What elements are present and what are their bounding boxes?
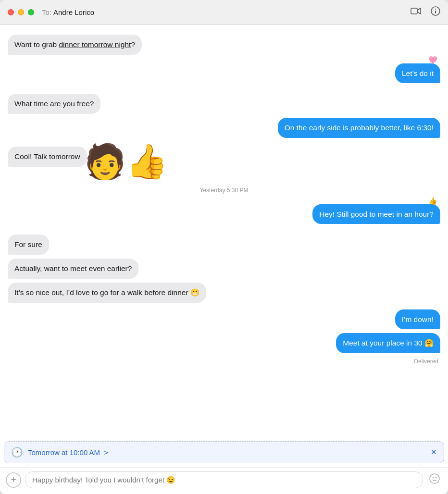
message-bubble: 🩷 Let’s do it <box>395 63 440 84</box>
titlebar-actions <box>411 6 440 18</box>
scheduled-bar[interactable]: 🕐 Tomorrow at 10:00 AM > ✕ <box>4 441 444 463</box>
message-text: It’s so nice out, I’d love to go for a w… <box>14 288 199 296</box>
message-text: Want to grab dinner tomorrow night? <box>14 40 135 49</box>
message-text: I’m down! <box>402 315 434 323</box>
message-bubble: What time are you free? <box>8 94 100 114</box>
message-text: Actually, want to meet even earlier? <box>14 264 132 272</box>
svg-rect-3 <box>435 9 436 10</box>
scheduled-clock-icon: 🕐 <box>11 446 23 458</box>
message-bubble: Cool! Talk tomorrow <box>8 147 87 167</box>
message-text: On the early side is probably better, li… <box>285 124 434 132</box>
message-bubble: Actually, want to meet even earlier? <box>8 259 138 279</box>
minimize-button[interactable] <box>18 9 24 15</box>
titlebar: To: Andre Lorico <box>0 0 448 25</box>
delivered-label: Delivered <box>414 358 438 365</box>
message-bubble: It’s so nice out, I’d love to go for a w… <box>8 283 206 303</box>
thumbsup-reaction-icon: 👍 <box>428 196 437 206</box>
timestamp-row: Yesterday 5:30 PM <box>8 187 440 194</box>
messages-window: To: Andre Lorico Want to grab d <box>0 0 448 494</box>
message-bubble: Meet at your place in 30 🤗 <box>336 333 440 353</box>
traffic-lights <box>8 9 34 15</box>
emoji-picker-button[interactable] <box>427 472 442 488</box>
message-input[interactable] <box>25 471 423 488</box>
svg-point-4 <box>430 474 439 483</box>
message-bubble: 👍 Hey! Still good to meet in an hour? <box>312 204 440 224</box>
message-bubble: I’m down! <box>395 309 440 330</box>
svg-rect-2 <box>435 11 436 13</box>
message-row: What time are you free? <box>8 94 440 114</box>
message-row: Want to grab dinner tomorrow night? <box>8 35 440 55</box>
memoji-sticker: 🧑‍👍 <box>84 145 168 178</box>
message-row: It’s so nice out, I’d love to go for a w… <box>8 283 440 303</box>
scheduled-arrow: > <box>104 448 108 457</box>
message-bubble: On the early side is probably better, li… <box>278 118 440 138</box>
add-attachment-button[interactable]: + <box>6 472 21 488</box>
message-text: For sure <box>14 240 42 248</box>
message-text: Meet at your place in 30 🤗 <box>343 339 434 347</box>
delivered-row: Delivered <box>8 358 440 365</box>
message-row: Cool! Talk tomorrow 🧑‍👍 <box>8 145 440 176</box>
heart-reaction-icon: 🩷 <box>428 55 437 65</box>
info-icon[interactable] <box>431 6 440 18</box>
contact-name: Andre Lorico <box>53 8 94 16</box>
message-row: Actually, want to meet even earlier? <box>8 259 440 279</box>
message-row: On the early side is probably better, li… <box>8 118 440 138</box>
message-row: I’m down! <box>8 309 440 330</box>
timestamp: Yesterday 5:30 PM <box>200 187 249 194</box>
message-bubble: Want to grab dinner tomorrow night? <box>8 35 142 55</box>
message-bubble: For sure <box>8 235 49 255</box>
input-area: + <box>0 467 448 494</box>
close-button[interactable] <box>8 9 14 15</box>
message-text: Hey! Still good to meet in an hour? <box>319 210 434 218</box>
message-text: Let’s do it <box>402 69 434 77</box>
video-call-icon[interactable] <box>411 7 421 17</box>
message-text: What time are you free? <box>14 99 94 108</box>
scheduled-close-button[interactable]: ✕ <box>431 448 437 457</box>
message-row: Meet at your place in 30 🤗 <box>8 333 440 353</box>
scheduled-time-label: Tomorrow at 10:00 AM <box>28 448 100 457</box>
message-row: For sure <box>8 235 440 255</box>
message-row: 🩷 Let’s do it <box>8 63 440 90</box>
svg-point-6 <box>436 477 436 478</box>
svg-rect-0 <box>411 8 417 14</box>
message-row: 👍 Hey! Still good to meet in an hour? <box>8 204 440 231</box>
plus-icon: + <box>11 474 16 485</box>
svg-point-5 <box>433 477 434 478</box>
maximize-button[interactable] <box>28 9 34 15</box>
to-label: To: <box>42 8 51 16</box>
message-text: Cool! Talk tomorrow <box>14 152 80 161</box>
scheduled-time-text[interactable]: Tomorrow at 10:00 AM > <box>28 448 426 457</box>
chat-area: Want to grab dinner tomorrow night? 🩷 Le… <box>0 25 448 439</box>
smiley-icon <box>429 473 440 486</box>
